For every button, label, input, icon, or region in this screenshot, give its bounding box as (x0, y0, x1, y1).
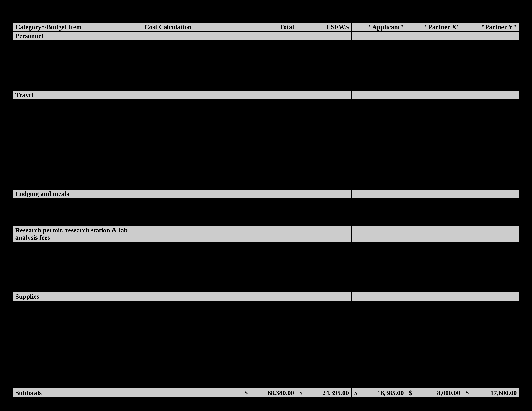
subtotal-applicant: $18,385.00 (352, 388, 406, 397)
cell (142, 91, 242, 99)
col-partnery: "Partner Y" (463, 23, 519, 32)
cell (242, 292, 297, 301)
col-partnerx: "Partner X" (406, 23, 463, 32)
cell (406, 91, 463, 99)
cell (352, 189, 406, 198)
cell (463, 32, 519, 40)
cell (142, 388, 242, 397)
cell (297, 226, 352, 242)
subtotal-usfws: $24,395.00 (297, 388, 352, 397)
cell (463, 292, 519, 301)
section-label: Supplies (13, 292, 142, 301)
subtotals-label: Subtotals (13, 388, 142, 397)
cell (242, 32, 297, 40)
col-category: Category*/Budget Item (13, 23, 142, 32)
subtotal-partnery: $17,600.00 (463, 388, 519, 397)
cell (297, 91, 352, 99)
cell (297, 32, 352, 40)
subtotal-partnerx: $8,000.00 (406, 388, 463, 397)
section-label: Lodging and meals (13, 189, 142, 198)
cell (142, 292, 242, 301)
cell (242, 189, 297, 198)
cell (352, 226, 406, 242)
budget-table: Category*/Budget Item Cost Calculation T… (13, 23, 519, 411)
cell (297, 189, 352, 198)
cell (406, 32, 463, 40)
col-calc: Cost Calculation (142, 23, 242, 32)
section-research: Research permit, research station & lab … (13, 226, 519, 242)
col-usfws: USFWS (297, 23, 352, 32)
section-label: Research permit, research station & lab … (13, 226, 142, 242)
cell (142, 189, 242, 198)
cell (463, 189, 519, 198)
section-label: Personnel (13, 32, 142, 40)
section-supplies: Supplies (13, 292, 519, 301)
section-lodging: Lodging and meals (13, 189, 519, 198)
section-personnel: Personnel (13, 32, 519, 40)
cell (242, 226, 297, 242)
cell (142, 32, 242, 40)
subtotal-total: $68,380.00 (242, 388, 297, 397)
section-travel: Travel (13, 91, 519, 99)
cell (352, 91, 406, 99)
row-subtotals: Subtotals $68,380.00 $24,395.00 $18,385.… (13, 388, 519, 397)
cell (406, 189, 463, 198)
cell (406, 226, 463, 242)
cell (142, 226, 242, 242)
cell (242, 91, 297, 99)
cell (352, 32, 406, 40)
cell (297, 292, 352, 301)
cell (463, 91, 519, 99)
col-total: Total (242, 23, 297, 32)
col-applicant: "Applicant" (352, 23, 406, 32)
cell (463, 226, 519, 242)
cell (406, 292, 463, 301)
cell (352, 292, 406, 301)
section-label: Travel (13, 91, 142, 99)
header-row: Category*/Budget Item Cost Calculation T… (13, 23, 519, 32)
